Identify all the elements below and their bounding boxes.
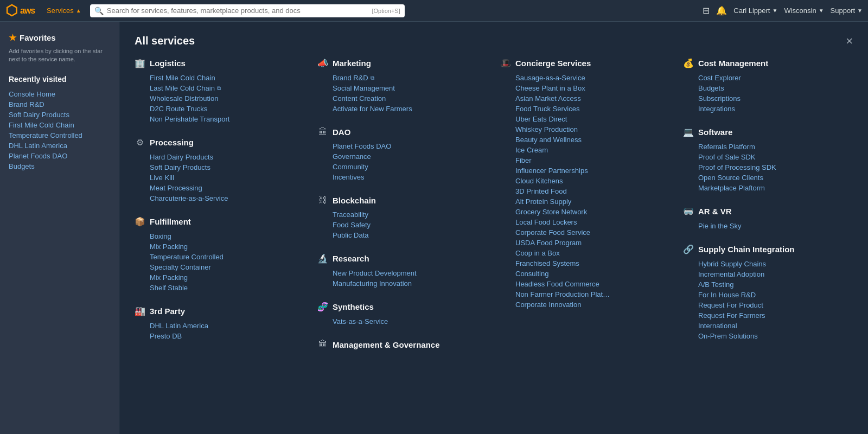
service-link[interactable]: Presto DB (135, 331, 304, 341)
service-link[interactable]: Hard Dairy Products (135, 152, 304, 162)
service-link[interactable]: Alt Protein Supply (500, 196, 670, 207)
service-link[interactable]: Fiber (500, 155, 670, 165)
service-link[interactable]: Pie in the Sky (683, 221, 853, 231)
service-link[interactable]: Request For Product (683, 300, 853, 310)
service-link[interactable]: Last Mile Cold Chain ⧉ (135, 83, 304, 93)
service-link[interactable]: Cheese Plant in a Box (500, 83, 670, 93)
service-link[interactable]: Planet Foods DAO (317, 141, 487, 151)
service-link[interactable]: Incremental Adoption (683, 269, 853, 279)
category-title: Cost Management (698, 59, 768, 68)
service-link[interactable]: Beauty and Wellness (500, 135, 670, 145)
service-link[interactable]: D2C Route Trucks (135, 104, 304, 114)
service-link[interactable]: First Mile Cold Chain (135, 73, 304, 83)
service-link[interactable]: Corporate Innovation (500, 299, 670, 310)
service-link[interactable]: Hybrid Supply Chains (683, 259, 853, 269)
sidebar-recent-link[interactable]: Temperature Controlled (9, 130, 110, 141)
service-link[interactable]: Specialty Container (135, 262, 304, 272)
service-link[interactable]: Coop in a Box (500, 248, 670, 258)
service-link[interactable]: Cloud Kitchens (500, 176, 670, 186)
services-menu-button[interactable]: Services ▲ (42, 7, 86, 15)
service-link[interactable]: New Product Development (317, 268, 487, 278)
service-link[interactable]: A/B Testing (683, 279, 853, 290)
service-link[interactable]: Open Source Clients (683, 173, 853, 183)
sidebar-recent-link[interactable]: DHL Latin America (9, 141, 110, 151)
logo[interactable]: ⬡ aws (5, 2, 38, 19)
sidebar-recent-link[interactable]: First Mile Cold Chain (9, 120, 110, 130)
service-link[interactable]: Sausage-as-a-Service (500, 73, 670, 83)
service-link[interactable]: Franchised Systems (500, 258, 670, 269)
service-link[interactable]: Asian Market Access (500, 93, 670, 104)
service-link[interactable]: Soft Dairy Products (135, 162, 304, 173)
service-link[interactable]: Ice Cream (500, 145, 670, 155)
service-link[interactable]: Local Food Lockers (500, 217, 670, 227)
search-input[interactable] (107, 7, 369, 15)
service-link[interactable]: Mix Packing (135, 241, 304, 252)
service-link[interactable]: USDA Food Program (500, 238, 670, 248)
category-3rd-party: 🏭3rd PartyDHL Latin AmericaPresto DB (135, 306, 304, 341)
sidebar-recent-link[interactable]: Planet Foods DAO (9, 151, 110, 161)
service-link[interactable]: Manufacturing Innovation (317, 278, 487, 289)
service-link[interactable]: Proof of Processing SDK (683, 162, 853, 173)
service-link[interactable]: Non Farmer Production Plat… (500, 289, 670, 299)
service-link[interactable]: Social Management (317, 83, 487, 93)
service-link[interactable]: Non Perishable Transport (135, 114, 304, 124)
sidebar-recent-link[interactable]: Soft Dairy Products (9, 110, 110, 120)
category-icon-processing: ⚙ (135, 137, 145, 148)
service-link[interactable]: Shelf Stable (135, 283, 304, 293)
service-link[interactable]: Influencer Partnerships (500, 165, 670, 176)
service-link[interactable]: Public Data (317, 230, 487, 240)
service-link[interactable]: Brand R&D ⧉ (317, 73, 487, 83)
service-link[interactable]: Content Creation (317, 93, 487, 104)
service-link[interactable]: Incentives (317, 172, 487, 182)
service-link[interactable]: Marketplace Plaftorm (683, 183, 853, 193)
service-link[interactable]: 3D Printed Food (500, 186, 670, 196)
service-link[interactable]: Request For Farmers (683, 310, 853, 321)
service-link[interactable]: Consulting (500, 269, 670, 279)
category-title: Blockchain (333, 196, 376, 205)
service-link-ext: Brand R&D ⧉ (333, 74, 374, 82)
search-bar[interactable]: 🔍 [Option+S] (90, 4, 405, 17)
category-title: Management & Governance (333, 340, 440, 349)
service-link[interactable]: Food Safety (317, 220, 487, 230)
sidebar-recent-link[interactable]: Budgets (9, 161, 110, 171)
notification-icon[interactable]: 🔔 (716, 5, 727, 16)
sidebar-recent-link[interactable]: Console Home (9, 89, 110, 99)
service-link[interactable]: Activate for New Farmers (317, 104, 487, 114)
service-link[interactable]: Food Truck Services (500, 104, 670, 114)
service-link[interactable]: Temperature Controlled (135, 252, 304, 262)
service-link[interactable]: Grocery Store Network (500, 207, 670, 217)
service-link[interactable]: Community (317, 162, 487, 172)
service-link[interactable]: Referrals Platform (683, 142, 853, 152)
category-header: 🏢Logistics (135, 58, 304, 68)
service-link[interactable]: Integrations (683, 104, 853, 114)
service-link[interactable]: Headless Food Commerce (500, 279, 670, 289)
service-link[interactable]: Wholesale Distrbution (135, 93, 304, 104)
service-link[interactable]: Uber Eats Direct (500, 114, 670, 124)
sidebar: ★ Favorites Add favorites by clicking on… (0, 22, 119, 434)
service-link[interactable]: Charcuterie-as-a-Service (135, 193, 304, 203)
service-link[interactable]: Vats-as-a-Service (317, 316, 487, 327)
service-link[interactable]: For In House R&D (683, 290, 853, 300)
service-link[interactable]: Boxing (135, 231, 304, 241)
screen-icon[interactable]: ⊟ (703, 5, 710, 16)
region-menu[interactable]: Wisconsin ▼ (784, 7, 824, 15)
service-link[interactable]: Cost Explorer (683, 73, 853, 83)
service-link[interactable]: Mix Packing (135, 272, 304, 283)
service-link[interactable]: On-Prem Solutions (683, 331, 853, 341)
close-button[interactable]: × (846, 35, 853, 47)
service-link[interactable]: International (683, 321, 853, 331)
service-link[interactable]: Live Kill (135, 173, 304, 183)
support-menu[interactable]: Support ▼ (831, 7, 863, 15)
category-header: 🏛Management & Governance (317, 340, 487, 349)
service-link[interactable]: Budgets (683, 83, 853, 93)
service-link[interactable]: Subscriptions (683, 93, 853, 104)
service-link[interactable]: Traceability (317, 209, 487, 220)
sidebar-recent-link[interactable]: Brand R&D (9, 99, 110, 110)
service-link[interactable]: Proof of Sale SDK (683, 152, 853, 162)
service-link[interactable]: Whiskey Production (500, 124, 670, 135)
service-link[interactable]: Corporate Food Service (500, 227, 670, 238)
service-link[interactable]: DHL Latin America (135, 321, 304, 331)
user-menu[interactable]: Carl Lippert ▼ (733, 7, 777, 15)
service-link[interactable]: Governance (317, 151, 487, 162)
service-link[interactable]: Meat Processing (135, 183, 304, 193)
